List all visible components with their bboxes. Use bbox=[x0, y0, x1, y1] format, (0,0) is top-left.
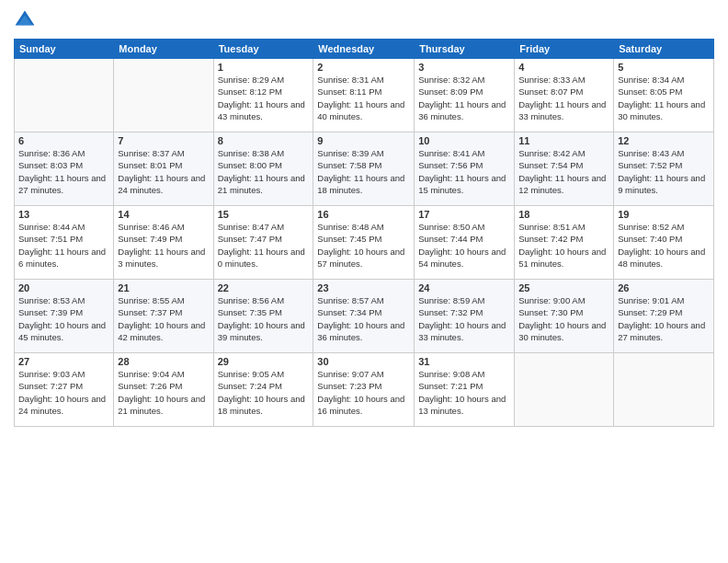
day-info: Sunrise: 8:50 AMSunset: 7:44 PMDaylight:… bbox=[418, 221, 510, 270]
day-info: Sunrise: 8:43 AMSunset: 7:52 PMDaylight:… bbox=[618, 147, 710, 196]
calendar-cell bbox=[614, 353, 714, 427]
calendar-cell: 4Sunrise: 8:33 AMSunset: 8:07 PMDaylight… bbox=[515, 59, 614, 132]
day-info: Sunrise: 8:37 AMSunset: 8:01 PMDaylight:… bbox=[118, 147, 209, 196]
day-number: 8 bbox=[218, 135, 310, 146]
day-info: Sunrise: 8:41 AMSunset: 7:56 PMDaylight:… bbox=[418, 147, 510, 196]
calendar-cell: 13Sunrise: 8:44 AMSunset: 7:51 PMDayligh… bbox=[15, 206, 114, 280]
calendar-header-monday: Monday bbox=[114, 40, 213, 59]
calendar-cell: 28Sunrise: 9:04 AMSunset: 7:26 PMDayligh… bbox=[114, 353, 213, 427]
day-number: 1 bbox=[218, 62, 310, 73]
day-info: Sunrise: 8:34 AMSunset: 8:05 PMDaylight:… bbox=[618, 74, 710, 122]
calendar-cell: 12Sunrise: 8:43 AMSunset: 7:52 PMDayligh… bbox=[614, 132, 714, 206]
day-number: 31 bbox=[418, 356, 510, 367]
calendar-cell: 3Sunrise: 8:32 AMSunset: 8:09 PMDaylight… bbox=[415, 59, 515, 132]
day-number: 15 bbox=[218, 209, 310, 220]
day-number: 26 bbox=[618, 282, 710, 293]
calendar-week-5: 27Sunrise: 9:03 AMSunset: 7:27 PMDayligh… bbox=[15, 353, 714, 427]
calendar-week-3: 13Sunrise: 8:44 AMSunset: 7:51 PMDayligh… bbox=[15, 206, 714, 280]
calendar-cell bbox=[114, 59, 213, 132]
calendar-week-4: 20Sunrise: 8:53 AMSunset: 7:39 PMDayligh… bbox=[15, 280, 714, 353]
day-number: 7 bbox=[118, 135, 209, 146]
calendar-cell: 25Sunrise: 9:00 AMSunset: 7:30 PMDayligh… bbox=[515, 280, 614, 353]
day-number: 19 bbox=[618, 209, 710, 220]
day-info: Sunrise: 8:29 AMSunset: 8:12 PMDaylight:… bbox=[218, 74, 310, 122]
page-container: SundayMondayTuesdayWednesdayThursdayFrid… bbox=[0, 0, 728, 436]
calendar-cell: 19Sunrise: 8:52 AMSunset: 7:40 PMDayligh… bbox=[614, 206, 714, 280]
day-info: Sunrise: 8:33 AMSunset: 8:07 PMDaylight:… bbox=[518, 74, 609, 122]
calendar-cell: 24Sunrise: 8:59 AMSunset: 7:32 PMDayligh… bbox=[415, 280, 515, 353]
day-info: Sunrise: 8:57 AMSunset: 7:34 PMDaylight:… bbox=[317, 294, 410, 343]
calendar-cell: 29Sunrise: 9:05 AMSunset: 7:24 PMDayligh… bbox=[213, 353, 313, 427]
day-number: 21 bbox=[118, 282, 209, 293]
day-info: Sunrise: 8:42 AMSunset: 7:54 PMDaylight:… bbox=[518, 147, 609, 196]
calendar-table: SundayMondayTuesdayWednesdayThursdayFrid… bbox=[14, 39, 714, 427]
calendar-cell: 1Sunrise: 8:29 AMSunset: 8:12 PMDaylight… bbox=[213, 59, 313, 132]
calendar-header-thursday: Thursday bbox=[415, 40, 515, 59]
day-info: Sunrise: 9:03 AMSunset: 7:27 PMDaylight:… bbox=[18, 368, 109, 417]
day-info: Sunrise: 8:56 AMSunset: 7:35 PMDaylight:… bbox=[218, 294, 310, 343]
day-info: Sunrise: 8:32 AMSunset: 8:09 PMDaylight:… bbox=[418, 74, 510, 122]
day-info: Sunrise: 8:44 AMSunset: 7:51 PMDaylight:… bbox=[18, 221, 109, 270]
day-info: Sunrise: 8:36 AMSunset: 8:03 PMDaylight:… bbox=[18, 147, 109, 196]
calendar-week-1: 1Sunrise: 8:29 AMSunset: 8:12 PMDaylight… bbox=[15, 59, 714, 132]
day-info: Sunrise: 9:01 AMSunset: 7:29 PMDaylight:… bbox=[618, 294, 710, 343]
calendar-cell: 20Sunrise: 8:53 AMSunset: 7:39 PMDayligh… bbox=[15, 280, 114, 353]
day-info: Sunrise: 8:53 AMSunset: 7:39 PMDaylight:… bbox=[18, 294, 109, 343]
logo bbox=[14, 9, 40, 31]
calendar-cell: 5Sunrise: 8:34 AMSunset: 8:05 PMDaylight… bbox=[614, 59, 714, 132]
day-number: 24 bbox=[418, 282, 510, 293]
day-number: 17 bbox=[418, 209, 510, 220]
day-number: 3 bbox=[418, 62, 510, 73]
calendar-cell: 22Sunrise: 8:56 AMSunset: 7:35 PMDayligh… bbox=[213, 280, 313, 353]
day-number: 29 bbox=[218, 356, 310, 367]
day-number: 30 bbox=[317, 356, 410, 367]
day-info: Sunrise: 9:04 AMSunset: 7:26 PMDaylight:… bbox=[118, 368, 209, 417]
calendar-header-wednesday: Wednesday bbox=[313, 40, 415, 59]
calendar-cell: 10Sunrise: 8:41 AMSunset: 7:56 PMDayligh… bbox=[415, 132, 515, 206]
day-number: 2 bbox=[317, 62, 410, 73]
calendar-cell: 26Sunrise: 9:01 AMSunset: 7:29 PMDayligh… bbox=[614, 280, 714, 353]
day-number: 11 bbox=[518, 135, 609, 146]
day-info: Sunrise: 8:47 AMSunset: 7:47 PMDaylight:… bbox=[218, 221, 310, 270]
day-number: 6 bbox=[18, 135, 109, 146]
day-info: Sunrise: 8:59 AMSunset: 7:32 PMDaylight:… bbox=[418, 294, 510, 343]
day-number: 10 bbox=[418, 135, 510, 146]
header bbox=[14, 9, 714, 31]
day-info: Sunrise: 9:08 AMSunset: 7:21 PMDaylight:… bbox=[418, 368, 510, 417]
logo-icon bbox=[14, 9, 36, 31]
calendar-cell: 31Sunrise: 9:08 AMSunset: 7:21 PMDayligh… bbox=[415, 353, 515, 427]
day-info: Sunrise: 8:55 AMSunset: 7:37 PMDaylight:… bbox=[118, 294, 209, 343]
day-info: Sunrise: 8:48 AMSunset: 7:45 PMDaylight:… bbox=[317, 221, 410, 270]
day-number: 12 bbox=[618, 135, 710, 146]
day-number: 25 bbox=[518, 282, 609, 293]
calendar-header-tuesday: Tuesday bbox=[213, 40, 313, 59]
calendar-header-row: SundayMondayTuesdayWednesdayThursdayFrid… bbox=[15, 40, 714, 59]
day-info: Sunrise: 8:51 AMSunset: 7:42 PMDaylight:… bbox=[518, 221, 609, 270]
day-info: Sunrise: 8:31 AMSunset: 8:11 PMDaylight:… bbox=[317, 74, 410, 122]
calendar-header-sunday: Sunday bbox=[15, 40, 114, 59]
day-info: Sunrise: 8:46 AMSunset: 7:49 PMDaylight:… bbox=[118, 221, 209, 270]
day-number: 14 bbox=[118, 209, 209, 220]
calendar-cell bbox=[515, 353, 614, 427]
calendar-cell: 7Sunrise: 8:37 AMSunset: 8:01 PMDaylight… bbox=[114, 132, 213, 206]
calendar-cell: 8Sunrise: 8:38 AMSunset: 8:00 PMDaylight… bbox=[213, 132, 313, 206]
calendar-cell: 2Sunrise: 8:31 AMSunset: 8:11 PMDaylight… bbox=[313, 59, 415, 132]
calendar-cell: 30Sunrise: 9:07 AMSunset: 7:23 PMDayligh… bbox=[313, 353, 415, 427]
calendar-cell: 17Sunrise: 8:50 AMSunset: 7:44 PMDayligh… bbox=[415, 206, 515, 280]
day-info: Sunrise: 8:52 AMSunset: 7:40 PMDaylight:… bbox=[618, 221, 710, 270]
day-info: Sunrise: 9:05 AMSunset: 7:24 PMDaylight:… bbox=[218, 368, 310, 417]
calendar-header-friday: Friday bbox=[515, 40, 614, 59]
calendar-cell: 16Sunrise: 8:48 AMSunset: 7:45 PMDayligh… bbox=[313, 206, 415, 280]
day-number: 5 bbox=[618, 62, 710, 73]
day-number: 28 bbox=[118, 356, 209, 367]
calendar-cell: 21Sunrise: 8:55 AMSunset: 7:37 PMDayligh… bbox=[114, 280, 213, 353]
day-info: Sunrise: 9:07 AMSunset: 7:23 PMDaylight:… bbox=[317, 368, 410, 417]
calendar-cell: 27Sunrise: 9:03 AMSunset: 7:27 PMDayligh… bbox=[15, 353, 114, 427]
day-number: 16 bbox=[317, 209, 410, 220]
day-number: 13 bbox=[18, 209, 109, 220]
calendar-cell: 14Sunrise: 8:46 AMSunset: 7:49 PMDayligh… bbox=[114, 206, 213, 280]
calendar-cell: 11Sunrise: 8:42 AMSunset: 7:54 PMDayligh… bbox=[515, 132, 614, 206]
day-info: Sunrise: 9:00 AMSunset: 7:30 PMDaylight:… bbox=[518, 294, 609, 343]
day-info: Sunrise: 8:38 AMSunset: 8:00 PMDaylight:… bbox=[218, 147, 310, 196]
calendar-cell bbox=[15, 59, 114, 132]
